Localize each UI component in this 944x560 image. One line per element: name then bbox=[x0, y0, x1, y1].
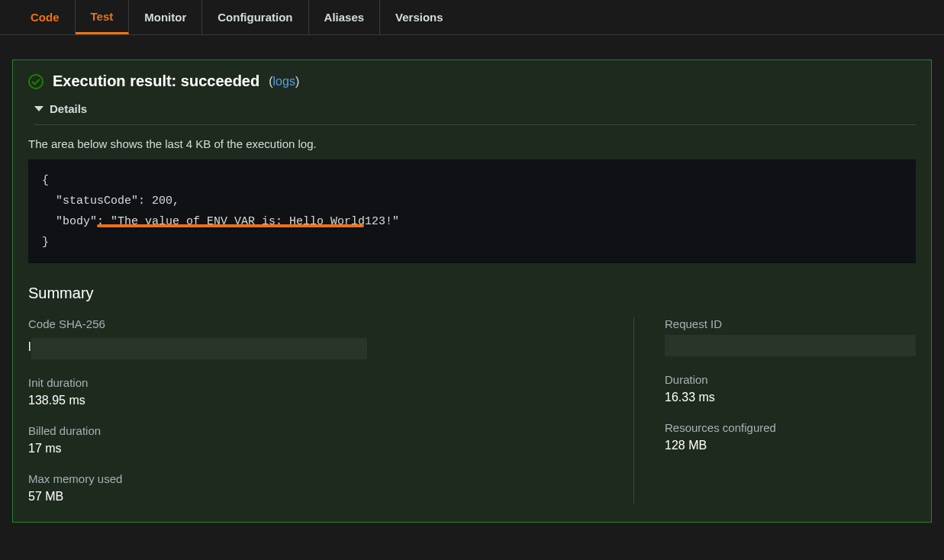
max-memory-value: 57 MB bbox=[28, 490, 603, 504]
max-memory-label: Max memory used bbox=[28, 472, 603, 485]
init-duration-label: Init duration bbox=[28, 376, 603, 389]
summary-item-code-sha: Code SHA-256 l bbox=[28, 317, 603, 359]
summary-right-column: Request ID Duration 16.33 ms Resources c… bbox=[633, 317, 916, 504]
summary-item-billed-duration: Billed duration 17 ms bbox=[28, 424, 603, 455]
summary-item-resources: Resources configured 128 MB bbox=[665, 421, 916, 452]
tab-test[interactable]: Test bbox=[76, 0, 130, 34]
tab-versions[interactable]: Versions bbox=[380, 0, 459, 34]
tab-monitor[interactable]: Monitor bbox=[129, 0, 202, 34]
logs-wrap: (logs) bbox=[269, 75, 299, 89]
duration-value: 16.33 ms bbox=[665, 391, 916, 404]
chevron-down-icon bbox=[34, 106, 43, 111]
duration-label: Duration bbox=[665, 373, 916, 386]
highlight-underline bbox=[97, 224, 364, 227]
details-label: Details bbox=[50, 102, 87, 115]
summary-item-duration: Duration 16.33 ms bbox=[665, 373, 916, 404]
billed-duration-label: Billed duration bbox=[28, 424, 603, 437]
resources-value: 128 MB bbox=[665, 439, 916, 452]
log-description: The area below shows the last 4 KB of th… bbox=[28, 137, 916, 150]
execution-result-panel: Execution result: succeeded (logs) Detai… bbox=[12, 60, 932, 523]
billed-duration-value: 17 ms bbox=[28, 442, 603, 455]
tab-code[interactable]: Code bbox=[15, 0, 76, 34]
summary-left-column: Code SHA-256 l Init duration 138.95 ms B… bbox=[28, 317, 633, 504]
code-sha-label: Code SHA-256 bbox=[28, 317, 603, 330]
summary-item-max-memory: Max memory used 57 MB bbox=[28, 472, 603, 504]
result-title: Execution result: succeeded bbox=[53, 72, 259, 90]
summary-grid: Code SHA-256 l Init duration 138.95 ms B… bbox=[28, 317, 916, 504]
execution-log-output: { "statusCode": 200, "body": "The value … bbox=[28, 159, 916, 263]
init-duration-value: 138.95 ms bbox=[28, 394, 603, 407]
summary-item-init-duration: Init duration 138.95 ms bbox=[28, 376, 603, 407]
request-id-redacted bbox=[665, 335, 916, 356]
code-sha-redacted bbox=[31, 338, 367, 359]
tab-aliases[interactable]: Aliases bbox=[309, 0, 381, 34]
tab-configuration[interactable]: Configuration bbox=[202, 0, 308, 34]
summary-title: Summary bbox=[28, 285, 916, 302]
result-title-prefix: Execution result: bbox=[53, 72, 181, 89]
logs-link[interactable]: logs bbox=[273, 75, 295, 88]
tabs-bar: Code Test Monitor Configuration Aliases … bbox=[0, 0, 944, 35]
resources-label: Resources configured bbox=[665, 421, 916, 434]
result-header: Execution result: succeeded (logs) bbox=[28, 72, 916, 90]
summary-item-request-id: Request ID bbox=[665, 317, 916, 356]
request-id-label: Request ID bbox=[665, 317, 916, 330]
success-check-icon bbox=[28, 74, 43, 89]
result-status: succeeded bbox=[181, 72, 259, 89]
details-toggle[interactable]: Details bbox=[34, 102, 916, 125]
